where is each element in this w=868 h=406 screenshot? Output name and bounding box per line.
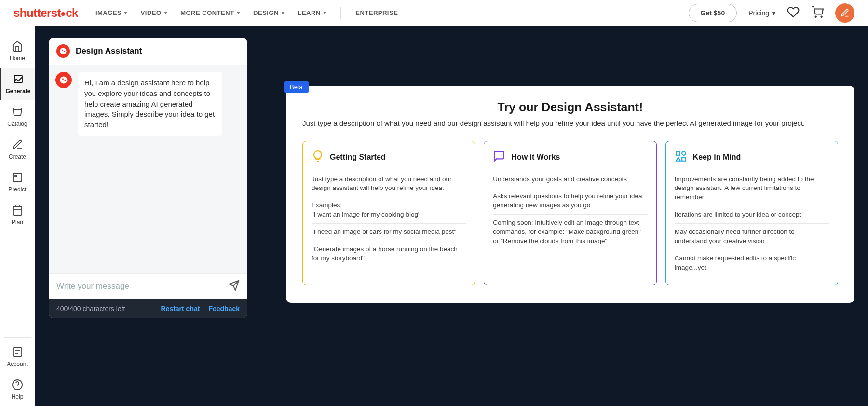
- card-line: Understands your goals and creative conc…: [493, 171, 647, 189]
- chat-input[interactable]: [56, 282, 228, 291]
- sidebar-divider: [4, 337, 31, 338]
- get50-button[interactable]: Get $50: [689, 4, 737, 22]
- restart-chat-link[interactable]: Restart chat: [161, 305, 200, 312]
- predict-icon: [12, 172, 23, 183]
- nav-items: IMAGES▾ VIDEO▾ MORE CONTENT▾ DESIGN▾ LEA…: [95, 7, 689, 19]
- catalog-icon: [12, 106, 23, 118]
- info-title: Try our Design Assistant!: [302, 100, 838, 114]
- card-line: Improvements are constantly being added …: [675, 171, 829, 207]
- cart-icon[interactable]: [811, 6, 824, 20]
- chevron-down-icon: ▾: [237, 10, 240, 15]
- sidebar-item-help[interactable]: Help: [0, 373, 35, 406]
- chat-title: Design Assistant: [76, 46, 142, 56]
- card-body: Just type a description of what you need…: [312, 171, 466, 267]
- sidebar-item-home[interactable]: Home: [0, 35, 35, 68]
- pricing-link[interactable]: Pricing▾: [748, 9, 775, 17]
- card-title: How it Works: [511, 153, 560, 162]
- sidebar-item-label: Plan: [12, 219, 23, 226]
- sidebar-item-account[interactable]: Account: [0, 340, 35, 373]
- shapes-icon: [675, 150, 687, 164]
- svg-rect-20: [682, 157, 686, 161]
- svg-rect-5: [13, 206, 22, 215]
- sidebar-item-label: Generate: [5, 88, 30, 95]
- chevron-down-icon: ▾: [772, 9, 775, 17]
- chevron-down-icon: ▾: [124, 10, 127, 15]
- svg-point-0: [815, 16, 816, 17]
- chat-header: Design Assistant: [49, 38, 247, 65]
- char-counter: 400/400 characters left: [56, 305, 152, 312]
- heart-icon[interactable]: [787, 6, 800, 20]
- nav-more-content[interactable]: MORE CONTENT▾: [180, 9, 240, 16]
- svg-rect-17: [676, 151, 680, 155]
- send-icon[interactable]: [228, 280, 240, 293]
- nav-video[interactable]: VIDEO▾: [141, 9, 167, 16]
- nav-right: Get $50 Pricing▾: [689, 3, 854, 23]
- chat-footer: 400/400 characters left Restart chat Fee…: [49, 299, 247, 318]
- chat-body[interactable]: Hi, I am a design assistant here to help…: [49, 65, 247, 273]
- card-body: Understands your goals and creative conc…: [493, 171, 647, 250]
- sidebar-item-label: Predict: [8, 186, 26, 193]
- info-subtitle: Just type a description of what you need…: [302, 118, 838, 129]
- nav-images[interactable]: IMAGES▾: [95, 9, 127, 16]
- help-icon: [12, 379, 23, 391]
- sidebar-item-generate[interactable]: Generate: [0, 68, 35, 100]
- card-line: May occasionally need further direction …: [675, 224, 829, 250]
- card-line: "I need an image of cars for my social m…: [312, 224, 466, 241]
- sidebar-item-label: Create: [9, 153, 26, 160]
- svg-rect-2: [14, 75, 22, 83]
- avatar-button[interactable]: [835, 3, 854, 23]
- card-getting-started: Getting Started Just type a description …: [302, 141, 475, 285]
- card-line: "Generate images of a horse running on t…: [312, 241, 466, 267]
- content-area: Design Assistant Hi, I am a design assis…: [35, 26, 868, 406]
- plan-icon: [12, 204, 23, 216]
- chevron-down-icon: ▾: [164, 10, 167, 15]
- card-body: Improvements are constantly being added …: [675, 171, 829, 276]
- sidebar-item-create[interactable]: Create: [0, 133, 35, 166]
- card-title: Keep in Mind: [693, 153, 741, 162]
- chevron-down-icon: ▾: [282, 10, 285, 15]
- chat-bubble-icon: [493, 150, 505, 164]
- svg-rect-3: [13, 173, 22, 182]
- card-keep-in-mind: Keep in Mind Improvements are constantly…: [665, 141, 838, 285]
- card-line: Asks relevant questions to help you refi…: [493, 188, 647, 215]
- svg-point-18: [682, 151, 686, 155]
- svg-marker-19: [676, 157, 680, 161]
- sidebar-item-predict[interactable]: Predict: [0, 166, 35, 199]
- svg-rect-4: [15, 175, 17, 177]
- sidebar-item-label: Catalog: [7, 121, 27, 127]
- top-nav: shutterstck IMAGES▾ VIDEO▾ MORE CONTENT▾…: [0, 0, 868, 26]
- svg-point-13: [13, 380, 22, 390]
- sidebar: Home Generate Catalog Create Predict Pla…: [0, 26, 35, 406]
- nav-enterprise[interactable]: ENTERPRISE: [355, 9, 398, 16]
- info-wrap: Beta Try our Design Assistant! Just type…: [286, 38, 854, 394]
- sidebar-item-plan[interactable]: Plan: [0, 199, 35, 231]
- card-title: Getting Started: [330, 153, 386, 162]
- card-line: Iterations are limited to your idea or c…: [675, 206, 829, 224]
- card-line: Cannot make requested edits to a specifi…: [675, 250, 829, 276]
- info-cards: Getting Started Just type a description …: [302, 141, 838, 285]
- assistant-avatar-icon: [56, 44, 70, 58]
- account-icon: [12, 346, 23, 358]
- sidebar-item-label: Account: [7, 361, 27, 367]
- sidebar-item-catalog[interactable]: Catalog: [0, 100, 35, 133]
- create-icon: [12, 139, 23, 150]
- assistant-avatar-icon: [55, 72, 72, 88]
- lightbulb-icon: [312, 150, 324, 164]
- nav-learn[interactable]: LEARN▾: [298, 9, 326, 16]
- nav-design[interactable]: DESIGN▾: [253, 9, 284, 16]
- chevron-down-icon: ▾: [324, 10, 326, 15]
- chat-message-text: Hi, I am a design assistant here to help…: [78, 72, 222, 136]
- card-line: Examples: "I want an image for my cookin…: [312, 197, 466, 224]
- svg-point-1: [821, 16, 822, 17]
- card-line: Coming soon: Intuitively edit an image t…: [493, 215, 647, 250]
- info-panel: Beta Try our Design Assistant! Just type…: [286, 86, 854, 303]
- sidebar-item-label: Home: [10, 55, 25, 62]
- main: Home Generate Catalog Create Predict Pla…: [0, 26, 868, 406]
- chat-input-row: [49, 273, 247, 299]
- chat-message: Hi, I am a design assistant here to help…: [55, 72, 241, 136]
- nav-divider: [340, 7, 341, 19]
- logo[interactable]: shutterstck: [14, 6, 78, 20]
- chat-panel: Design Assistant Hi, I am a design assis…: [49, 38, 247, 318]
- home-icon: [12, 41, 23, 52]
- feedback-link[interactable]: Feedback: [208, 305, 240, 312]
